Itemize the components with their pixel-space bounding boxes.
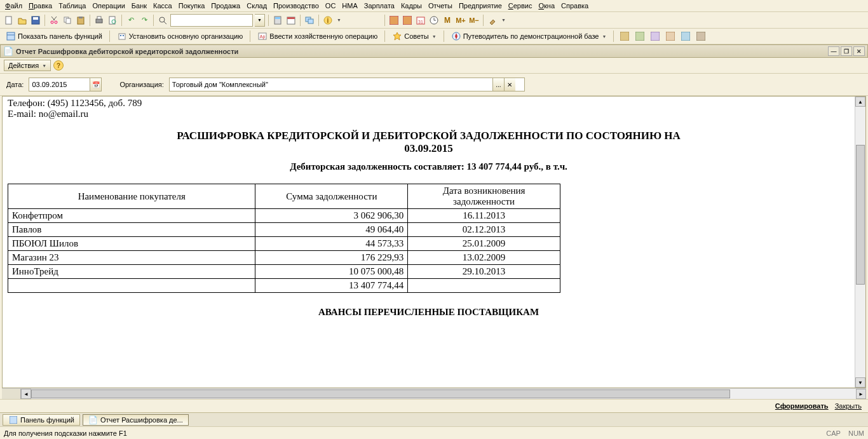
menu-reports[interactable]: Отчеты — [428, 2, 452, 10]
m-bold-icon[interactable]: M — [442, 15, 453, 26]
ext1-icon[interactable] — [619, 30, 630, 42]
grid2-icon[interactable] — [402, 15, 413, 26]
m-minus-icon[interactable]: M− — [468, 15, 480, 26]
scroll-right-icon[interactable]: ► — [856, 389, 866, 399]
org-select-button[interactable]: ... — [492, 78, 504, 91]
paste-icon[interactable] — [75, 15, 86, 26]
ext3-icon[interactable] — [649, 30, 661, 42]
tips-button[interactable]: Советы ▼ — [390, 30, 438, 43]
preview-icon[interactable] — [107, 15, 118, 26]
svg-rect-43 — [696, 32, 705, 41]
open-icon[interactable] — [17, 15, 28, 26]
set-org-button[interactable]: Установить основную организацию — [115, 30, 245, 43]
ext2-icon[interactable] — [634, 30, 646, 42]
scroll-thumb[interactable] — [856, 145, 865, 285]
help-icon[interactable]: ? — [53, 60, 64, 71]
ext6-icon[interactable] — [695, 30, 707, 42]
guide-button[interactable]: Путеводитель по демонстрационной базе ▼ — [449, 30, 609, 43]
menu-file[interactable]: Файл — [5, 2, 22, 10]
status-bar: Для получения подсказки нажмите F1 CAP N… — [0, 426, 868, 439]
table-row: ИнноТрейд 10 075 000,48 29.10.2013 — [8, 265, 560, 279]
hscroll-track[interactable] — [31, 389, 856, 399]
dropdown-icon[interactable]: ▼ — [337, 18, 341, 22]
search-icon[interactable] — [157, 15, 168, 26]
sheet-tab[interactable] — [2, 389, 21, 399]
vertical-scrollbar[interactable]: ▲ ▼ — [855, 97, 865, 388]
table-row: Магазин 23 176 229,93 13.02.2009 — [8, 251, 560, 265]
menu-operations[interactable]: Операции — [92, 2, 125, 10]
separator — [300, 15, 301, 26]
menu-windows[interactable]: Окна — [538, 2, 555, 10]
menu-sale[interactable]: Продажа — [211, 2, 240, 10]
task-report[interactable]: 📄 Отчет Расшифровка де... — [83, 414, 189, 426]
cal31-icon[interactable]: 31 — [415, 15, 426, 26]
menu-edit[interactable]: Правка — [29, 2, 52, 10]
menu-salary[interactable]: Зарплата — [364, 2, 395, 10]
menu-hr[interactable]: Кадры — [401, 2, 422, 10]
org-input[interactable] — [170, 79, 492, 90]
menu-help[interactable]: Справка — [561, 2, 588, 10]
menu-enterprise[interactable]: Предприятие — [459, 2, 502, 10]
m-plus-icon[interactable]: M+ — [455, 15, 466, 26]
scroll-track[interactable] — [855, 107, 865, 377]
dropdown-icon: ▼ — [42, 64, 46, 68]
org-clear-button[interactable]: ✕ — [504, 78, 515, 91]
clock-icon[interactable] — [428, 15, 440, 26]
tips-icon — [392, 31, 402, 41]
save-icon[interactable] — [30, 15, 41, 26]
menu-purchase[interactable]: Покупка — [179, 2, 205, 10]
windows-icon[interactable] — [304, 15, 315, 26]
ext4-icon[interactable] — [665, 30, 676, 42]
date-label: Дата: — [6, 81, 24, 88]
enter-op-button[interactable]: Ар Ввести хозяйственную операцию — [255, 30, 379, 43]
org-field[interactable]: ... ✕ — [169, 78, 525, 91]
report-area: Телефон: (495) 1123456, доб. 789 E-mail:… — [2, 96, 866, 388]
menu-nma[interactable]: НМА — [342, 2, 357, 10]
redo-icon[interactable]: ↷ — [139, 15, 150, 26]
calendar-icon[interactable] — [285, 15, 297, 26]
svg-line-14 — [164, 22, 166, 24]
ext5-icon[interactable] — [680, 30, 691, 42]
grid1-icon[interactable] — [388, 15, 400, 26]
hscroll-thumb[interactable] — [31, 389, 730, 398]
scroll-up-icon[interactable]: ▲ — [855, 97, 865, 107]
svg-rect-16 — [275, 17, 280, 19]
undo-icon[interactable]: ↶ — [125, 15, 137, 26]
svg-rect-24 — [403, 16, 412, 25]
menu-service[interactable]: Сервис — [508, 2, 532, 10]
close-report-button[interactable]: Закрыть — [835, 402, 862, 410]
menu-stock[interactable]: Склад — [247, 2, 267, 10]
menu-bank[interactable]: Банк — [132, 2, 147, 10]
scroll-down-icon[interactable]: ▼ — [855, 377, 865, 388]
compass-icon — [451, 31, 461, 41]
menu-os[interactable]: ОС — [325, 2, 336, 10]
new-icon[interactable] — [3, 15, 15, 26]
search-input[interactable] — [170, 14, 253, 27]
scroll-left-icon[interactable]: ◄ — [21, 389, 31, 399]
date-picker-icon[interactable]: 📅 — [90, 78, 101, 91]
minimize-button[interactable]: — — [828, 46, 839, 56]
menu-production[interactable]: Производство — [273, 2, 319, 10]
show-panel-button[interactable]: Показать панель функций — [4, 30, 104, 43]
close-button[interactable]: ✕ — [853, 46, 865, 56]
table-row: Павлов 49 064,40 02.12.2013 — [8, 223, 560, 237]
menu-table[interactable]: Таблица — [58, 2, 86, 10]
calc-icon[interactable] — [272, 15, 283, 26]
dropdown-icon[interactable]: ▼ — [501, 18, 506, 22]
cut-icon[interactable] — [48, 15, 60, 26]
run-report-button[interactable]: Сформировать — [775, 402, 829, 410]
restore-button[interactable]: ❐ — [841, 46, 852, 56]
print-icon[interactable] — [93, 15, 105, 26]
actions-button[interactable]: Действия ▼ — [4, 60, 51, 71]
date-input[interactable] — [29, 79, 90, 90]
copy-icon[interactable] — [62, 15, 73, 26]
menu-kassa[interactable]: Касса — [153, 2, 172, 10]
separator — [384, 15, 385, 26]
info-icon[interactable]: i — [322, 15, 334, 26]
date-field[interactable]: 📅 — [29, 78, 102, 91]
tool-icon[interactable] — [487, 15, 498, 26]
search-dropdown-icon[interactable]: ▼ — [255, 14, 265, 27]
actions-bar: Действия ▼ ? — [0, 58, 868, 74]
horizontal-scrollbar[interactable]: ◄ ► — [2, 388, 866, 399]
task-panel-func[interactable]: Панель функций — [3, 414, 80, 426]
